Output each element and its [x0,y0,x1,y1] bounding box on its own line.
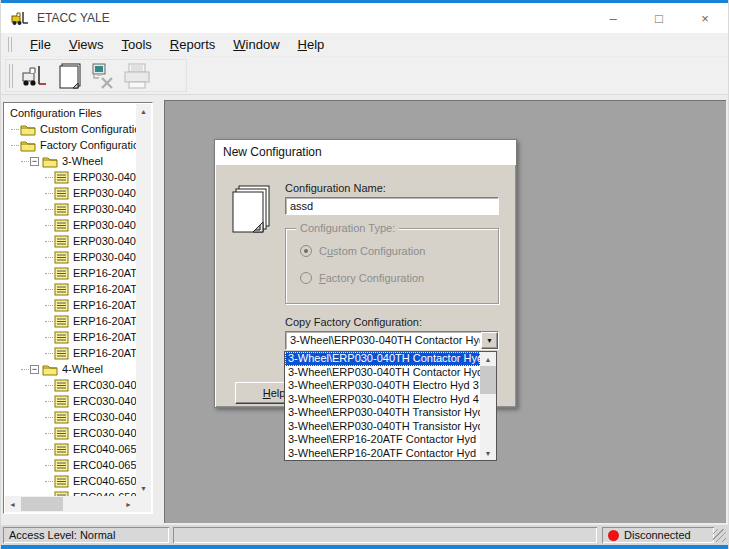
access-level-text: Access Level: Normal [9,529,115,541]
combobox-dropdown-button[interactable]: ▼ [481,332,498,349]
configuration-file-icon [54,331,69,344]
tree-item-label: ERP16-20ATF [73,299,136,311]
tree-item[interactable]: − ERC040-065 [5,457,136,473]
tree-item-label: ERP030-040TH [73,171,136,183]
menu-item[interactable]: Views [60,34,112,55]
tree-item[interactable]: − 3-Wheel [5,153,136,169]
collapse-expander-icon[interactable]: − [30,157,39,166]
new-configuration-button[interactable] [52,61,86,91]
scroll-right-icon[interactable]: ► [121,496,136,512]
tree-item[interactable]: − ERP16-20ATF [5,329,136,345]
dropdown-option[interactable]: 3-Wheel\ERP030-040TH Transistor Hyd [285,420,480,434]
forklift-app-icon [11,10,29,26]
scroll-down-icon[interactable]: ▼ [480,446,496,460]
tree-item[interactable]: − ERC040-650 [5,473,136,489]
combobox-value: 3-Wheel\ERP030-040TH Contactor Hyd [290,333,480,348]
menu-item[interactable]: File [21,34,60,55]
tree-item[interactable]: − ERC030-040 [5,409,136,425]
menu-item[interactable]: Reports [161,34,225,55]
tree-item[interactable]: − ERC040-650 [5,489,136,496]
new-document-icon [55,62,83,90]
tree-item[interactable]: − ERP030-040TH [5,217,136,233]
tree-item[interactable]: − ERC040-065 [5,441,136,457]
tree-item[interactable]: − ERP16-20ATF [5,345,136,361]
dropdown-option[interactable]: 3-Wheel\ERP030-040TH Contactor Hyd [285,366,480,380]
status-bar: Access Level: Normal Disconnected [1,525,728,545]
tree-item-label: ERC040-065 [73,443,136,455]
tree-item[interactable]: − Factory Configuration [5,137,136,153]
scroll-left-icon[interactable]: ◄ [5,496,20,512]
title-bar[interactable]: ETACC YALE – □ × [1,3,728,33]
print-button[interactable] [120,61,154,91]
tree-item[interactable]: − ERP030-040TH [5,233,136,249]
tree-item[interactable]: − ERP16-20ATF [5,281,136,297]
tree-item[interactable]: − 4-Wheel [5,361,136,377]
configuration-file-icon [54,395,69,408]
configuration-file-icon [54,427,69,440]
close-button[interactable]: × [682,3,728,33]
configuration-name-input[interactable] [285,197,499,215]
configuration-file-icon [54,459,69,472]
menu-item[interactable]: Tools [112,34,160,55]
configuration-file-icon [54,219,69,232]
dropdown-option[interactable]: 3-Wheel\ERP030-040TH Transistor Hyd [285,406,480,420]
disconnect-computer-icon [89,62,117,90]
toolbar-gripper[interactable] [9,64,13,88]
scroll-up-icon[interactable]: ▲ [480,352,496,366]
dropdown-option[interactable]: 3-Wheel\ERP16-20ATF Contactor Hyd [285,433,480,447]
menu-item[interactable]: Window [224,34,288,55]
tree-item[interactable]: − ERP16-20ATF [5,297,136,313]
minimize-button[interactable]: – [590,3,636,33]
configuration-document-icon [231,184,275,236]
tree-item[interactable]: − ERC030-040 [5,393,136,409]
configuration-file-icon [54,187,69,200]
tree-horizontal-scrollbar[interactable]: ◄ ► [5,496,136,512]
toolbar-band [5,59,187,92]
tree-vertical-scrollbar[interactable]: ▲ ▼ [136,104,151,496]
dropdown-option[interactable]: 3-Wheel\ERP030-040TH Contactor Hyd [285,352,480,366]
tree-item[interactable]: − ERP030-040TH [5,169,136,185]
tree-item[interactable]: − ERC030-040 [5,377,136,393]
dropdown-option[interactable]: 3-Wheel\ERP030-040TH Electro Hyd 3 [285,379,480,393]
disconnect-button[interactable] [86,61,120,91]
configuration-type-legend: Configuration Type: [296,222,399,234]
factory-configuration-radio[interactable]: Factory Configuration [300,272,424,284]
tree-item-label: ERP16-20ATF [73,347,136,359]
dropdown-option[interactable]: 3-Wheel\ERP030-040TH Electro Hyd 4 [285,393,480,407]
tree-item-label: ERP16-20ATF [73,267,136,279]
collapse-expander-icon[interactable]: − [30,365,39,374]
radio-button-icon [300,245,312,257]
tree-item[interactable]: − ERP030-040TH [5,201,136,217]
scroll-up-icon[interactable]: ▲ [136,104,151,119]
folder-icon [42,363,58,376]
copy-factory-configuration-combobox[interactable]: 3-Wheel\ERP030-040TH Contactor Hyd ▼ [285,331,499,350]
tree-item-label: Custom Configuration [40,123,136,135]
tree-item[interactable]: − Configuration Files [5,105,136,121]
tree-item[interactable]: − ERP030-040TH [5,185,136,201]
configuration-file-icon [54,315,69,328]
tree-item[interactable]: − ERP16-20ATF [5,265,136,281]
menu-gripper[interactable] [8,37,12,52]
tree-item[interactable]: − Custom Configuration [5,121,136,137]
tree-item-label: ERP030-040TH [73,187,136,199]
maximize-button[interactable]: □ [636,3,682,33]
window-title: ETACC YALE [37,11,110,25]
resize-grip[interactable] [713,529,726,542]
configuration-file-icon [54,475,69,488]
scrollbar-thumb[interactable] [21,497,63,511]
scrollbar-thumb[interactable] [480,366,496,394]
tree-item[interactable]: − ERC030-040 [5,425,136,441]
dropdown-option[interactable]: 3-Wheel\ERP16-20ATF Contactor Hyd [285,447,480,461]
disconnected-indicator-icon [608,530,619,541]
dropdown-scrollbar[interactable]: ▲ ▼ [480,352,496,460]
menu-item[interactable]: Help [289,34,334,55]
dialog-title[interactable]: New Configuration [215,140,516,164]
tree-item-label: Factory Configuration [40,139,136,151]
forklift-button[interactable] [18,61,52,91]
tree-item-label: ERP16-20ATF [73,331,136,343]
scroll-down-icon[interactable]: ▼ [136,481,151,496]
custom-configuration-radio[interactable]: Custom Configuration [300,245,425,257]
tree-item[interactable]: − ERP16-20ATF [5,313,136,329]
folder-icon [20,139,36,152]
tree-item[interactable]: − ERP030-040TH [5,249,136,265]
